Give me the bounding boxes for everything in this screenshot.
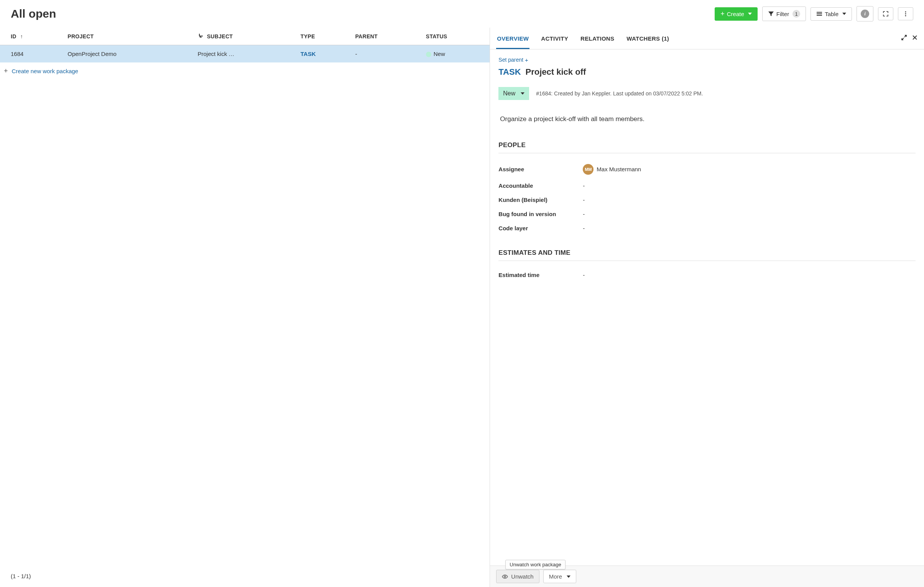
field-value-accountable[interactable]: - bbox=[583, 183, 916, 189]
cell-project: OpenProject Demo bbox=[63, 45, 193, 63]
work-package-meta: #1684: Created by Jan Keppler. Last upda… bbox=[536, 90, 703, 97]
field-value-bug-version[interactable]: - bbox=[583, 211, 916, 217]
svg-rect-2 bbox=[817, 15, 822, 16]
expand-detail-button[interactable] bbox=[901, 35, 907, 42]
page-title: All open bbox=[11, 7, 710, 20]
eye-icon bbox=[502, 574, 508, 580]
section-people-header: PEOPLE bbox=[498, 141, 916, 153]
more-actions-button[interactable]: More bbox=[543, 570, 576, 583]
filter-icon bbox=[768, 11, 774, 17]
column-header-parent[interactable]: PARENT bbox=[350, 28, 421, 45]
caret-down-icon bbox=[567, 575, 571, 578]
field-label-assignee: Assignee bbox=[498, 166, 583, 173]
column-header-project[interactable]: PROJECT bbox=[63, 28, 193, 45]
kebab-icon bbox=[903, 11, 909, 17]
svg-point-4 bbox=[905, 13, 906, 15]
create-label: Create bbox=[727, 11, 744, 17]
status-dot-icon bbox=[426, 52, 431, 57]
info-icon: i bbox=[861, 10, 869, 18]
close-icon bbox=[912, 35, 918, 41]
field-label-bug-version: Bug found in version bbox=[498, 211, 583, 217]
description-text[interactable]: Organize a project kick-off with all tea… bbox=[498, 115, 916, 123]
status-dropdown[interactable]: New bbox=[498, 87, 529, 100]
tab-overview[interactable]: OVERVIEW bbox=[496, 28, 530, 49]
caret-down-icon bbox=[748, 13, 752, 15]
unwatch-label: Unwatch bbox=[511, 573, 533, 580]
column-header-subject[interactable]: SUBJECT bbox=[193, 28, 296, 45]
col-subject-label: SUBJECT bbox=[207, 33, 233, 39]
create-button[interactable]: + Create bbox=[714, 7, 757, 21]
col-id-label: ID bbox=[11, 33, 16, 39]
tab-watchers[interactable]: WATCHERS (1) bbox=[626, 28, 670, 49]
column-header-status[interactable]: STATUS bbox=[421, 28, 490, 45]
field-value-estimated-time[interactable]: - bbox=[583, 272, 916, 278]
create-label: Create new work package bbox=[12, 68, 78, 74]
unwatch-button[interactable]: Unwatch bbox=[496, 570, 539, 583]
plus-icon: + bbox=[720, 11, 724, 16]
work-package-table: ID ↑ PROJECT SUBJECT TYPE PARENT STATUS bbox=[0, 28, 490, 62]
table-row[interactable]: 1684 OpenProject Demo Project kick … TAS… bbox=[0, 45, 490, 63]
cell-type: TASK bbox=[296, 45, 351, 63]
expand-arrows-icon bbox=[901, 35, 907, 41]
unwatch-tooltip: Unwatch work package bbox=[505, 560, 565, 569]
caret-down-icon bbox=[842, 13, 846, 15]
field-label-accountable: Accountable bbox=[498, 183, 583, 189]
field-label-kunden: Kunden (Beispiel) bbox=[498, 197, 583, 203]
tab-relations[interactable]: RELATIONS bbox=[580, 28, 615, 49]
plus-icon: + bbox=[525, 57, 528, 63]
sort-ascending-icon: ↑ bbox=[20, 33, 23, 39]
set-parent-label: Set parent bbox=[498, 57, 523, 63]
fullscreen-button[interactable] bbox=[878, 7, 893, 20]
detail-title[interactable]: Project kick off bbox=[526, 67, 586, 77]
filter-button[interactable]: Filter 1 bbox=[762, 7, 806, 21]
section-estimates-header: ESTIMATES AND TIME bbox=[498, 249, 916, 261]
field-label-estimated-time: Estimated time bbox=[498, 272, 583, 278]
hierarchy-icon bbox=[198, 33, 204, 39]
detail-type: TASK bbox=[498, 67, 521, 77]
view-switcher-button[interactable]: Table bbox=[810, 7, 852, 21]
avatar: MM bbox=[583, 164, 594, 175]
caret-down-icon bbox=[521, 92, 525, 95]
view-label: Table bbox=[825, 11, 838, 17]
tab-activity[interactable]: ACTIVITY bbox=[540, 28, 569, 49]
svg-point-3 bbox=[905, 12, 906, 13]
column-header-id[interactable]: ID ↑ bbox=[0, 28, 63, 45]
assignee-name: Max Mustermann bbox=[597, 166, 641, 173]
plus-icon: + bbox=[4, 67, 8, 75]
cell-subject: Project kick … bbox=[193, 45, 296, 63]
field-value-code-layer[interactable]: - bbox=[583, 225, 916, 232]
info-button[interactable]: i bbox=[856, 6, 873, 21]
create-work-package-link[interactable]: + Create new work package bbox=[0, 62, 490, 80]
filter-count-badge: 1 bbox=[792, 10, 800, 18]
cell-parent: - bbox=[350, 45, 421, 63]
svg-rect-0 bbox=[817, 12, 822, 13]
status-label: New bbox=[503, 90, 515, 97]
more-label: More bbox=[549, 573, 562, 580]
more-menu-button[interactable] bbox=[898, 7, 913, 20]
field-label-code-layer: Code layer bbox=[498, 225, 583, 232]
cell-status: New bbox=[421, 45, 490, 63]
filter-label: Filter bbox=[776, 11, 789, 17]
svg-point-5 bbox=[905, 15, 906, 16]
cell-id: 1684 bbox=[0, 45, 63, 63]
column-header-type[interactable]: TYPE bbox=[296, 28, 351, 45]
expand-icon bbox=[883, 11, 889, 17]
pagination-info: (1 - 1/1) bbox=[11, 573, 31, 579]
close-detail-button[interactable] bbox=[912, 35, 918, 42]
set-parent-link[interactable]: Set parent + bbox=[498, 57, 528, 63]
svg-point-6 bbox=[504, 576, 506, 577]
field-value-assignee[interactable]: MM Max Mustermann bbox=[583, 164, 916, 175]
svg-rect-1 bbox=[817, 13, 822, 14]
table-icon bbox=[816, 11, 822, 17]
field-value-kunden[interactable]: - bbox=[583, 197, 916, 203]
